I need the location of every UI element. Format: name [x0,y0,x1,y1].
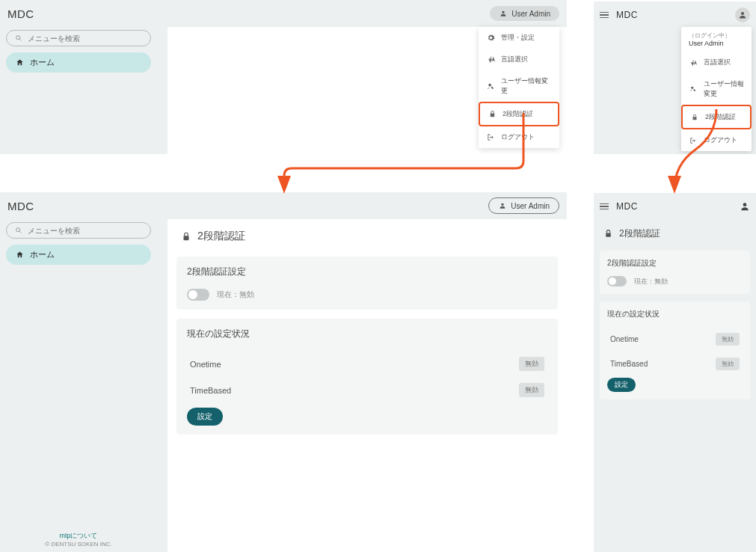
home-icon [15,251,24,260]
onetime-badge-m: 無効 [716,333,740,346]
menu-language[interactable]: 言語選択 [479,49,559,70]
user-label-2: User Admin [511,202,550,210]
timebased-badge-m: 無効 [716,358,740,370]
login-name: User Admin [681,40,752,52]
menu-logout-label: ログアウト [501,132,535,142]
twofa-toggle-m[interactable] [607,276,627,286]
search-input-wrapper[interactable] [6,30,151,46]
menu-logout[interactable]: ログアウト [479,126,559,148]
lock-icon [181,231,191,242]
onetime-row-m: Onetime 無効 [607,327,743,352]
onetime-label-m: Onetime [610,335,639,343]
settings-title: 2段階認証設定 [187,266,547,278]
menu-twofa-m[interactable]: 2段階認証 [681,105,752,129]
svg-point-5 [741,12,744,15]
svg-line-2 [19,39,21,40]
timebased-label-m: TimeBased [610,360,648,368]
menu-twofa-label-m: 2段階認証 [705,112,736,122]
settings-card: 2段階認証設定 現在：無効 [176,257,558,310]
timebased-badge: 無効 [519,383,544,397]
menu-userinfo-m[interactable]: ユーザー情報変更 [681,73,752,105]
svg-point-6 [691,87,693,89]
svg-point-12 [743,203,747,206]
brand-logo: MDC [7,7,34,20]
toggle-label: 現在：無効 [217,289,254,300]
timebased-row-m: TimeBased 無効 [607,352,743,376]
status-card: 現在の設定状況 Onetime 無効 TimeBased 無効 設定 [176,319,558,435]
translate-icon [689,58,698,67]
person-edit-icon [689,85,698,93]
page-title-text: 2段階認証 [197,230,245,243]
menu-userinfo-label-m: ユーザー情報変更 [704,79,744,99]
timebased-row: TimeBased 無効 [187,377,547,403]
config-button-m[interactable]: 設定 [607,378,636,392]
settings-title-m: 2段階認証設定 [607,258,743,269]
svg-rect-4 [490,114,494,117]
logout-icon [689,136,698,145]
lock-icon [488,110,497,119]
nav-home-label-2: ホーム [30,249,55,260]
home-icon [15,58,24,67]
toggle-label-m: 現在：無効 [634,277,668,286]
translate-icon [486,55,495,64]
timebased-label: TimeBased [190,386,231,395]
search-input[interactable] [28,34,143,43]
onetime-row: Onetime 無効 [187,351,547,377]
search-input-2[interactable] [28,227,143,235]
footer-link[interactable]: mtpについて [0,531,157,541]
page-title: 2段階認証 [168,219,567,254]
search-icon [14,226,23,235]
menu-logout-m[interactable]: ログアウト [681,129,752,151]
footer-copyright: © DENTSU SOKEN INC. [0,541,157,548]
svg-point-3 [488,83,491,86]
search-icon [14,34,23,43]
menu-admin[interactable]: 管理・設定 [479,27,559,49]
user-admin-button-2[interactable]: User Admin [488,197,559,214]
status-title-m: 現在の設定状況 [607,309,743,319]
svg-point-8 [502,203,504,206]
nav-home-2[interactable]: ホーム [6,245,151,265]
menu-userinfo[interactable]: ユーザー情報変更 [479,70,559,102]
onetime-badge: 無効 [519,357,544,371]
config-button[interactable]: 設定 [187,408,223,426]
svg-point-0 [503,11,505,13]
svg-rect-13 [606,233,611,236]
status-card-m: 現在の設定状況 Onetime 無効 TimeBased 無効 設定 [600,301,750,399]
menu-language-label-m: 言語選択 [704,58,731,67]
hamburger-menu-2[interactable] [600,203,609,210]
logout-icon [486,133,495,142]
menu-twofa[interactable]: 2段階認証 [479,102,559,126]
person-icon [499,9,508,18]
svg-rect-7 [693,117,697,120]
twofa-toggle[interactable] [187,289,209,301]
brand-logo-mobile: MDC [616,10,638,20]
brand-logo-2: MDC [7,200,34,212]
lock-icon [603,229,613,239]
svg-point-9 [16,228,20,232]
hamburger-menu[interactable] [600,12,609,19]
login-status-label: （ログイン中） [681,27,752,40]
brand-logo-mobile-2: MDC [616,201,638,212]
nav-home[interactable]: ホーム [6,52,151,73]
user-admin-button[interactable]: User Admin [490,6,559,21]
user-label: User Admin [511,10,550,18]
svg-line-10 [19,231,21,233]
user-dropdown: 管理・設定 言語選択 ユーザー情報変更 2段階認証 ログアウト [479,27,559,148]
menu-language-label: 言語選択 [501,55,528,64]
page-title-text-m: 2段階認証 [619,227,660,240]
user-avatar-button[interactable] [735,7,750,22]
lock-icon [690,113,699,122]
svg-rect-11 [184,236,189,240]
search-input-wrapper-2[interactable] [6,222,151,239]
person-icon [498,201,507,210]
person-edit-icon [486,82,495,91]
user-dropdown-mobile: （ログイン中） User Admin 言語選択 ユーザー情報変更 2段階認証 ロ… [681,27,752,151]
nav-home-label: ホーム [30,57,55,68]
onetime-label: Onetime [190,360,221,369]
svg-point-1 [16,36,20,40]
menu-userinfo-label: ユーザー情報変更 [501,76,552,96]
menu-language-m[interactable]: 言語選択 [681,52,752,73]
person-icon[interactable] [740,201,750,212]
menu-admin-label: 管理・設定 [501,33,535,43]
gear-icon [486,34,495,43]
